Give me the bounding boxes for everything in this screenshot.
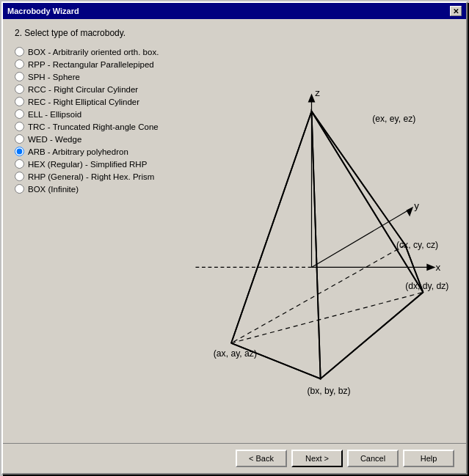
svg-text:y: y xyxy=(414,200,419,211)
radio-label-sph: SPH - Sphere xyxy=(28,73,80,81)
radio-item-wed[interactable]: WED - Wedge xyxy=(15,134,161,144)
svg-text:z: z xyxy=(315,87,320,98)
svg-text:x: x xyxy=(435,262,440,273)
svg-text:(bx, by, bz): (bx, by, bz) xyxy=(307,386,350,396)
svg-text:(cx, cy, cz): (cx, cy, cz) xyxy=(396,240,438,250)
radio-box2[interactable] xyxy=(15,184,24,194)
footer: < Back Next > Cancel Help xyxy=(3,443,466,473)
radio-label-rhp: RHP (General) - Right Hex. Prism xyxy=(28,172,154,181)
radio-label-wed: WED - Wedge xyxy=(28,135,81,144)
radio-label-arb: ARB - Arbitrary polyhedron xyxy=(28,147,128,156)
radio-item-ell[interactable]: ELL - Ellipsoid xyxy=(15,109,161,119)
radio-label-trc: TRC - Truncated Right-angle Cone xyxy=(28,122,159,131)
radio-ell[interactable] xyxy=(15,109,24,119)
svg-text:(ax, ay, az): (ax, ay, az) xyxy=(214,348,257,359)
radio-item-rcc[interactable]: RCC - Right Circular Cylinder xyxy=(15,84,161,94)
radio-item-rhp[interactable]: RHP (General) - Right Hex. Prism xyxy=(15,172,161,181)
radio-item-arb[interactable]: ARB - Arbitrary polyhedron xyxy=(15,147,161,156)
radio-rpp[interactable] xyxy=(15,59,24,69)
radio-list: BOX - Arbitrarily oriented orth. box.RPP… xyxy=(15,47,161,434)
radio-item-sph[interactable]: SPH - Sphere xyxy=(15,72,161,81)
radio-trc[interactable] xyxy=(15,122,24,131)
window-title: Macrobody Wizard xyxy=(7,7,79,15)
step-label: 2. Select type of macrobody. xyxy=(15,28,454,38)
close-button[interactable]: ✕ xyxy=(450,6,462,16)
radio-item-box[interactable]: BOX - Arbitrarily oriented orth. box. xyxy=(15,47,161,56)
main-window: Macrobody Wizard ✕ 2. Select type of mac… xyxy=(1,1,468,475)
diagram-area: z y x xyxy=(169,47,454,434)
svg-marker-7 xyxy=(426,264,435,271)
arb-diagram: z y x xyxy=(169,47,454,434)
svg-line-3 xyxy=(312,209,410,267)
radio-item-box2[interactable]: BOX (Infinite) xyxy=(15,184,161,194)
svg-line-13 xyxy=(312,111,406,245)
svg-marker-1 xyxy=(308,93,316,102)
radio-label-rcc: RCC - Right Circular Cylinder xyxy=(28,85,138,94)
radio-label-box2: BOX (Infinite) xyxy=(28,185,79,194)
svg-line-16 xyxy=(321,293,423,379)
radio-label-box: BOX - Arbitrarily oriented orth. box. xyxy=(28,48,159,56)
radio-item-trc[interactable]: TRC - Truncated Right-angle Cone xyxy=(15,122,161,131)
radio-label-rpp: RPP - Rectangular Parallelepiped xyxy=(28,60,154,69)
main-area: BOX - Arbitrarily oriented orth. box.RPP… xyxy=(15,47,454,434)
svg-line-14 xyxy=(231,111,311,343)
radio-wed[interactable] xyxy=(15,134,24,144)
radio-box[interactable] xyxy=(15,47,24,56)
back-button[interactable]: < Back xyxy=(236,450,287,467)
help-button[interactable]: Help xyxy=(403,450,454,467)
svg-marker-10 xyxy=(231,111,321,379)
svg-text:(ex, ey, ez): (ex, ey, ez) xyxy=(372,114,415,124)
content-area: 2. Select type of macrobody. BOX - Arbit… xyxy=(3,19,466,443)
radio-arb[interactable] xyxy=(15,147,24,156)
radio-rcc[interactable] xyxy=(15,84,24,94)
radio-item-rec[interactable]: REC - Right Elliptical Cylinder xyxy=(15,97,161,106)
radio-item-hex[interactable]: HEX (Regular) - Simplified RHP xyxy=(15,159,161,169)
cancel-button[interactable]: Cancel xyxy=(347,450,399,467)
next-button[interactable]: Next > xyxy=(291,450,343,467)
svg-marker-12 xyxy=(312,111,423,293)
title-bar: Macrobody Wizard ✕ xyxy=(3,3,466,19)
radio-item-rpp[interactable]: RPP - Rectangular Parallelepiped xyxy=(15,59,161,69)
radio-label-rec: REC - Right Elliptical Cylinder xyxy=(28,98,139,106)
radio-sph[interactable] xyxy=(15,72,24,81)
svg-text:(dx, dy, dz): (dx, dy, dz) xyxy=(405,281,448,291)
radio-rhp[interactable] xyxy=(15,172,24,181)
svg-line-19 xyxy=(231,293,423,343)
radio-rec[interactable] xyxy=(15,97,24,106)
radio-label-ell: ELL - Ellipsoid xyxy=(28,110,81,119)
radio-hex[interactable] xyxy=(15,159,24,169)
svg-marker-4 xyxy=(406,207,413,216)
radio-label-hex: HEX (Regular) - Simplified RHP xyxy=(28,160,147,169)
